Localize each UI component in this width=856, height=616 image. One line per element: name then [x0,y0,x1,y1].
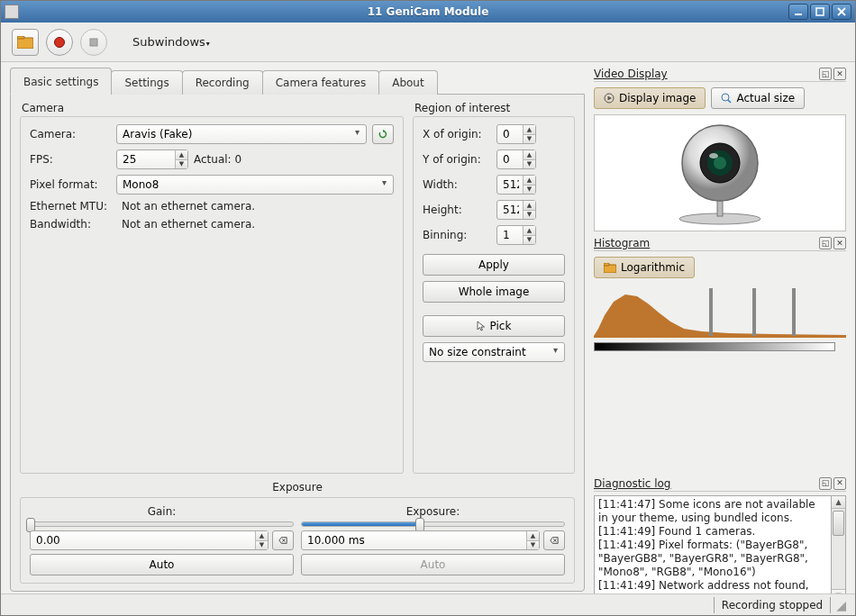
svg-rect-1 [816,8,824,15]
roi-w-label: Width: [423,178,491,191]
clear-icon [278,536,287,545]
roi-section-title: Region of interest [413,102,575,114]
svg-point-20 [714,157,726,169]
cursor-icon [477,321,486,331]
resize-grip-icon[interactable]: ◢ [836,598,846,612]
exposure-slider[interactable] [301,521,565,527]
app-window: 11 GeniCam Module Subwindows Basic setti… [0,0,856,616]
diagnostic-log-section: Diagnostic log ◱✕ [11:41:47] Some icons … [594,477,846,593]
pixelformat-label: Pixel format: [30,178,111,191]
exposure-section-title: Exposure [20,481,575,494]
histogram-detach-button[interactable]: ◱ [819,237,832,249]
roi-apply-button[interactable]: Apply [423,254,565,276]
display-image-toggle[interactable]: Display image [594,87,706,109]
stop-button[interactable] [80,29,107,56]
histogram-plot [594,284,846,340]
svg-point-13 [722,94,729,101]
play-icon [604,93,615,104]
refresh-cameras-button[interactable] [372,124,394,144]
diag-scrollbar[interactable]: ▲ ▼ [832,495,846,603]
fps-actual-label: Actual: 0 [194,153,241,166]
video-detach-button[interactable]: ◱ [819,68,832,80]
tabs: Basic settings Settings Recording Camera… [10,68,585,95]
gain-auto-button[interactable]: Auto [30,554,294,575]
roi-whole-image-button[interactable]: Whole image [423,281,565,303]
gain-reset-button[interactable] [272,530,294,550]
pixelformat-select[interactable]: Mono8 [116,175,394,195]
roi-constraint-select[interactable]: No size constraint [423,342,565,362]
gain-input[interactable] [30,530,269,550]
tab-camera-features[interactable]: Camera features [262,70,379,95]
exposure-label: Exposure: [301,505,565,518]
camera-label: Camera: [30,128,111,140]
open-device-button[interactable] [12,29,39,56]
histogram-close-button[interactable]: ✕ [833,237,846,249]
camera-panel: Camera: Aravis (Fake) [20,116,404,474]
histogram-title: Histogram [594,237,819,249]
exposure-reset-button[interactable] [543,530,565,550]
gain-slider[interactable] [30,521,294,527]
clear-icon [550,536,559,545]
folder-icon [604,263,616,273]
video-display-title: Video Display [594,68,819,80]
stop-icon [87,36,100,49]
roi-pick-button[interactable]: Pick [423,315,565,337]
mtu-value: Not an ethernet camera. [122,200,255,213]
diagnostic-log-text[interactable]: [11:41:47] Some icons are not available … [594,495,832,603]
svg-point-6 [55,37,65,47]
svg-rect-4 [17,38,33,49]
bandwidth-label: Bandwidth: [30,218,116,231]
roi-x-label: X of origin: [423,128,491,140]
close-button[interactable] [832,4,851,20]
record-button[interactable] [46,29,73,56]
refresh-icon [378,128,387,140]
maximize-button[interactable] [810,4,830,20]
minimize-button[interactable] [788,4,808,20]
exposure-panel: Gain: ▲▼ Auto [20,497,575,584]
histogram-section: Histogram ◱✕ Logarithmic [594,237,846,351]
scroll-up-button[interactable]: ▲ [832,496,845,509]
svg-rect-23 [604,263,609,266]
record-icon [53,36,66,49]
tab-recording[interactable]: Recording [182,70,263,95]
bandwidth-value: Not an ethernet camera. [122,218,255,231]
statusbar: Recording stopped ◢ [1,593,855,615]
tab-pane-basic: Camera Camera: Aravis (Fake) [10,94,585,592]
toolbar: Subwindows [1,23,855,62]
tab-settings[interactable]: Settings [111,70,182,95]
fps-step-down[interactable]: ▼ [175,160,187,169]
window-title: 11 GeniCam Module [1,5,855,18]
gain-label: Gain: [30,505,294,518]
diag-close-button[interactable]: ✕ [833,477,846,490]
titlebar[interactable]: 11 GeniCam Module [1,1,855,23]
status-recording: Recording stopped [714,597,831,613]
exposure-auto-button: Auto [301,554,565,575]
fps-label: FPS: [30,153,111,166]
roi-panel: X of origin:▲▼ Y of origin:▲▼ Width:▲▼ H… [413,116,575,474]
svg-rect-5 [17,36,24,39]
roi-h-label: Height: [423,204,491,216]
roi-bin-label: Binning: [423,229,491,241]
zoom-reset-icon [721,93,732,104]
webcam-icon [652,118,788,229]
camera-section-title: Camera [20,102,404,114]
svg-point-21 [709,153,718,159]
exposure-input[interactable] [301,530,540,550]
diagnostic-log-title: Diagnostic log [594,477,819,490]
tab-basic-settings[interactable]: Basic settings [10,68,112,95]
fps-step-up[interactable]: ▲ [175,150,187,160]
folder-icon [17,36,33,49]
mtu-label: Ethernet MTU: [30,200,116,213]
tab-about[interactable]: About [378,70,437,95]
video-close-button[interactable]: ✕ [833,68,846,80]
svg-line-14 [728,100,731,103]
histogram-gradient [594,342,835,351]
diag-detach-button[interactable]: ◱ [819,477,832,490]
scroll-thumb[interactable] [833,511,844,536]
roi-y-label: Y of origin: [423,153,491,166]
camera-select[interactable]: Aravis (Fake) [116,124,367,144]
subwindows-menu[interactable]: Subwindows [132,35,210,49]
video-preview [594,114,846,231]
actual-size-button[interactable]: Actual size [711,87,805,109]
logarithmic-toggle[interactable]: Logarithmic [594,257,695,278]
